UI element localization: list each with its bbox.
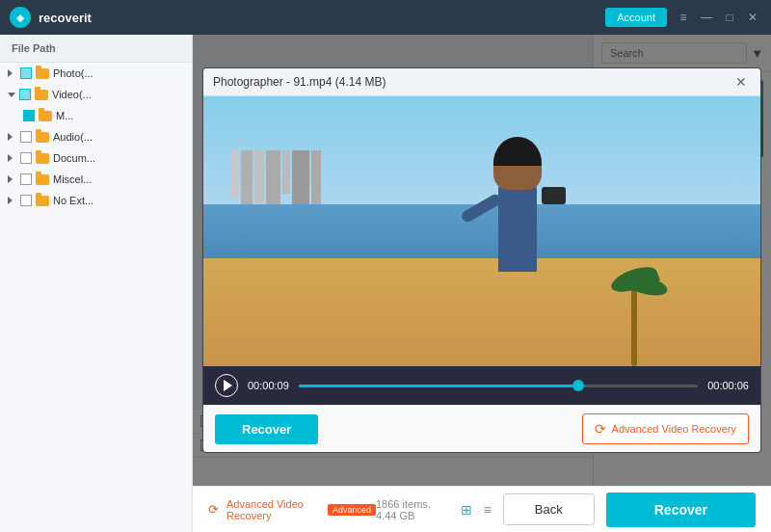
folder-icon-video-sub [39,111,52,121]
title-bar-left: ◈ recoverit [10,7,92,28]
video-title: Photographer - 91.mp4 (4.14 MB) [213,75,386,89]
current-time: 00:00:09 [248,380,289,391]
checkbox-misc[interactable] [20,173,32,185]
noext-label: No Ext... [53,195,184,206]
sidebar-item-docs[interactable]: Docum... [0,147,192,169]
video-sub-label: M... [56,110,184,121]
bottom-bar: ⟳ Advanced Video Recovery Advanced 1866 … [193,486,771,532]
expand-arrow-videos [8,93,15,97]
video-frame [203,96,760,366]
folder-icon-videos [35,90,48,100]
maximize-button[interactable]: □ [721,9,738,26]
bottom-center: 1866 items, 4.44 GB ⊞ ≡ [376,498,503,521]
video-action-bar: Recover ⟳ Advanced Video Recovery [203,405,760,452]
docs-label: Docum... [53,152,184,164]
minimize-button[interactable]: — [698,9,715,26]
expand-arrow-docs [8,154,16,162]
video-modal: Photographer - 91.mp4 (4.14 MB) ✕ [193,35,771,486]
video-controls: 00:00:09 00:00:06 [203,366,760,405]
total-time: 00:00:06 [707,380,749,391]
checkbox-audio[interactable] [20,131,32,143]
adv-video-label: Advanced Video Recovery [226,498,320,521]
folder-icon-misc [36,174,49,185]
misc-label: Miscel... [53,173,184,185]
menu-button[interactable]: ≡ [675,9,692,26]
sidebar-item-noext[interactable]: No Ext... [0,190,192,211]
sidebar-item-video-sub[interactable]: M... [0,105,192,126]
progress-fill [299,385,578,387]
content-area: MVIDEO.mp4 4.11 MB MP4 12-13-2019 M_.vid… [193,35,771,532]
sidebar: File Path Photo(... Video(... M... Audio… [0,35,193,532]
sidebar-item-videos[interactable]: Video(... [0,84,192,105]
main-layout: File Path Photo(... Video(... M... Audio… [0,35,771,532]
recover-button-main[interactable]: Recover [606,492,756,527]
checkbox-docs[interactable] [20,152,32,164]
adv-badge: Advanced [328,504,376,516]
window-controls: ≡ — □ ✕ [675,9,761,26]
expand-arrow-noext [8,197,16,204]
bottom-left: ⟳ Advanced Video Recovery Advanced [208,498,376,521]
sidebar-item-photos[interactable]: Photo(... [0,63,192,84]
checkbox-video-sub[interactable] [23,110,35,121]
sidebar-item-misc[interactable]: Miscel... [0,169,192,190]
adv-icon: ⟳ [595,421,606,437]
recover-button-video[interactable]: Recover [215,414,318,444]
videos-label: Video(... [52,89,184,100]
back-button[interactable]: Back [503,493,595,525]
video-title-bar: Photographer - 91.mp4 (4.14 MB) ✕ [203,68,760,96]
photographer-figure [469,118,566,272]
sidebar-item-audio[interactable]: Audio(... [0,126,192,147]
close-button[interactable]: ✕ [744,9,761,26]
title-bar-right: Account ≡ — □ ✕ [605,8,761,27]
account-button[interactable]: Account [605,8,667,27]
grid-view-button[interactable]: ⊞ [457,500,476,519]
list-view-button[interactable]: ≡ [480,500,495,519]
adv-video-btn-label: Advanced Video Recovery [612,423,736,435]
progress-bar[interactable] [299,385,698,387]
audio-label: Audio(... [53,131,184,143]
expand-arrow-misc [8,175,16,183]
checkbox-videos[interactable] [19,89,31,100]
beach-bg [203,258,760,366]
advanced-video-recovery-button[interactable]: ⟳ Advanced Video Recovery [582,413,749,444]
photos-label: Photo(... [53,67,184,79]
video-close-button[interactable]: ✕ [731,74,751,90]
progress-thumb [572,380,584,391]
adv-video-icon: ⟳ [208,502,219,517]
expand-arrow-photos [8,69,16,77]
video-window: Photographer - 91.mp4 (4.14 MB) ✕ [202,67,761,453]
bottom-right: Back Recover [503,492,756,527]
checkbox-noext[interactable] [20,195,32,206]
folder-icon-noext [36,196,49,206]
expand-arrow-audio [8,133,16,141]
title-bar: ◈ recoverit Account ≡ — □ ✕ [0,0,771,35]
app-logo: ◈ [10,7,31,28]
folder-icon-docs [36,153,49,164]
folder-icon-audio [36,132,49,143]
app-title: recoverit [39,11,92,25]
play-icon [224,380,232,391]
view-icons: ⊞ ≡ [457,500,495,519]
items-count: 1866 items, 4.44 GB [376,498,449,521]
folder-icon-photos [36,68,49,79]
checkbox-photos[interactable] [20,67,32,79]
palm-tree [620,251,649,366]
play-button[interactable] [215,374,238,397]
sidebar-header: File Path [0,35,192,63]
